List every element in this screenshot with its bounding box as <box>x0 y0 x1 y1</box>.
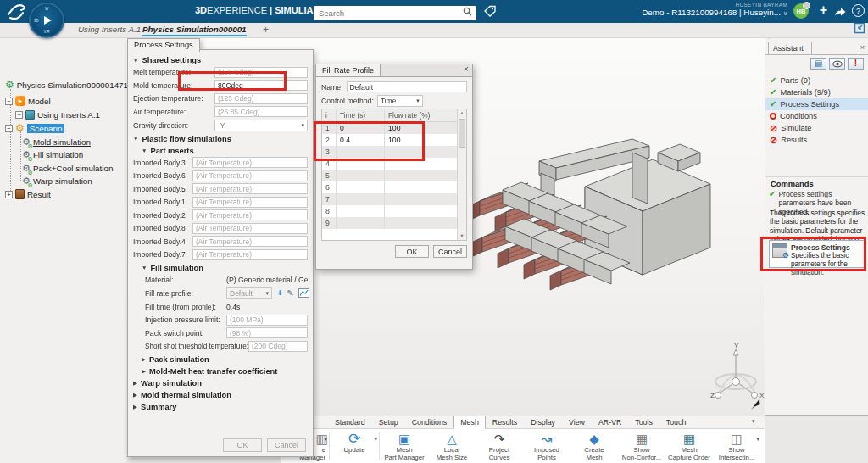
chevron-down-icon[interactable]: ▾ <box>374 436 377 443</box>
help-icon[interactable]: ? <box>852 4 865 17</box>
short-shot-input[interactable] <box>248 341 308 352</box>
3dexperience-compass-icon[interactable]: W 3D V.R <box>29 3 64 38</box>
expand-icon[interactable]: + <box>15 111 23 119</box>
user-context-menu[interactable]: HUSEYIN BAYRAM Demo - R1132100994168 | H… <box>642 2 787 18</box>
ribbon-tab-touch[interactable]: Touch <box>659 416 693 429</box>
injection-pressure-input[interactable] <box>226 315 308 326</box>
tool-project-curves[interactable]: ↷ Project Curves <box>476 429 523 463</box>
profile-name-input[interactable] <box>347 81 467 92</box>
tree-node-model[interactable]: − ▶ Model <box>5 95 51 107</box>
tree-label[interactable]: Using Inserts A.1 <box>37 110 100 120</box>
air-temperature-input[interactable] <box>214 106 308 117</box>
tool-mesh-part-manager[interactable]: ▣ Mesh Part Manager <box>381 429 428 463</box>
section-mold-thermal[interactable]: ▶Mold thermal simulation <box>133 391 308 399</box>
table-row[interactable]: 20.4100 <box>322 134 466 146</box>
tab-overflow-icon[interactable]: ▾ <box>752 418 755 425</box>
section-pack-simulation[interactable]: ▶Pack simulation <box>142 355 308 364</box>
close-icon[interactable]: × <box>461 64 471 74</box>
tree-node-mold-simulation[interactable]: ⚙⚙ Mold simulation <box>22 136 91 148</box>
tab-physics-simulation[interactable]: Physics Simulation000001 <box>142 25 247 34</box>
close-icon[interactable]: × <box>860 42 865 52</box>
table-row[interactable]: 8 <box>322 205 466 217</box>
tool-show-non-conformities[interactable]: ▦ Show Non-Confor... <box>618 429 665 463</box>
assistant-step-materials[interactable]: ✔Materials (9/9) <box>765 86 868 98</box>
tool-create-mesh[interactable]: ◆ Create Mesh <box>570 429 618 463</box>
part-insert-input[interactable] <box>192 197 308 208</box>
tree-label[interactable]: Warp simulation <box>33 176 92 186</box>
mold-temperature-input[interactable] <box>214 80 308 91</box>
ribbon-tab-standard[interactable]: Standard <box>328 416 372 429</box>
chevron-down-icon[interactable]: ▾ <box>324 436 327 443</box>
scroll-up-icon[interactable]: ▲ <box>458 109 466 117</box>
fill-rate-profile-title[interactable]: Fill Rate Profile <box>315 64 381 76</box>
edit-profile-icon[interactable]: ✎ <box>287 289 293 298</box>
add-profile-icon[interactable]: + <box>277 288 282 298</box>
search-bar[interactable] <box>314 4 476 19</box>
assistant-step-conditions[interactable]: Conditions <box>765 110 868 122</box>
collapse-icon[interactable]: − <box>5 125 13 132</box>
tree-label[interactable]: Mold simulation <box>33 137 91 147</box>
ribbon-tab-view[interactable]: View <box>562 416 592 429</box>
table-row[interactable]: 4 <box>322 158 466 170</box>
tool-imposed-points[interactable]: ↝ Imposed Points <box>523 429 570 463</box>
tree-label[interactable]: Physics Simulation000001471 <box>17 81 128 90</box>
tree-label[interactable]: Result <box>27 190 51 199</box>
tree-node-fill-simulation[interactable]: ⚙⚙ Fill simulation <box>22 148 83 160</box>
tool-mesh-capture-order[interactable]: ▦ Mesh Capture Order <box>665 429 713 463</box>
ok-button[interactable]: OK <box>223 438 262 452</box>
tree-node-root[interactable]: ⚙ Physics Simulation000001471 <box>5 79 128 91</box>
search-icon[interactable] <box>463 7 472 16</box>
search-input[interactable] <box>314 6 476 20</box>
table-row[interactable]: 9 <box>322 217 466 229</box>
share-icon[interactable] <box>833 5 848 20</box>
table-row[interactable]: 10100 <box>322 122 466 134</box>
scrollbar-thumb[interactable] <box>459 119 465 148</box>
ejection-temperature-input[interactable] <box>214 93 308 104</box>
table-row[interactable]: 5 <box>322 170 466 181</box>
tag-icon[interactable] <box>483 5 497 20</box>
scroll-down-icon[interactable]: ▼ <box>458 232 466 240</box>
tool-update[interactable]: ⟳ Update ▾ <box>331 429 378 463</box>
tree-node-warp-simulation[interactable]: ⚙⚙ Warp simulation <box>22 175 92 187</box>
assistant-step-parts[interactable]: ✔Parts (9) <box>765 75 868 86</box>
tree-node-pack-cool-simulation[interactable]: ⚙⚙ Pack+Cool simulation <box>22 162 113 174</box>
pack-switch-input[interactable] <box>226 327 308 338</box>
tool-show-intersecting[interactable]: ◫ Show Intersectin... ▾ <box>713 429 760 463</box>
part-insert-input[interactable] <box>192 223 308 234</box>
tree-node-using-inserts[interactable]: + Using Inserts A.1 <box>15 109 100 120</box>
assistant-step-results[interactable]: ⊘Results <box>765 134 868 146</box>
table-row[interactable]: 6 <box>322 181 466 193</box>
tree-node-scenario[interactable]: − ⚙ Scenario <box>5 122 64 134</box>
tree-label[interactable]: Pack+Cool simulation <box>33 164 113 173</box>
tool-local-mesh-size[interactable]: △ Local Mesh Size <box>428 429 476 463</box>
ok-button[interactable]: OK <box>395 245 429 258</box>
restore-window-icon[interactable] <box>854 22 865 37</box>
section-plastic-flow[interactable]: ▼Plastic flow simulations <box>133 135 308 143</box>
section-shared-settings[interactable]: ▼Shared settings <box>133 56 308 64</box>
part-insert-input[interactable] <box>192 236 308 247</box>
part-insert-input[interactable] <box>192 170 308 181</box>
ribbon-tab-tools[interactable]: Tools <box>628 416 659 429</box>
section-part-inserts[interactable]: ▼Part inserts <box>142 147 308 155</box>
tree-node-result[interactable]: + Result <box>5 188 51 200</box>
tab-using-inserts[interactable]: Using Inserts A.1 <box>78 25 141 34</box>
ribbon-tab-results[interactable]: Results <box>486 416 524 429</box>
melt-temperature-input[interactable] <box>214 67 308 78</box>
part-insert-input[interactable] <box>192 157 308 168</box>
messages-button[interactable]: ! <box>848 58 864 70</box>
cancel-button[interactable]: Cancel <box>267 438 306 452</box>
expand-icon[interactable]: + <box>5 191 13 198</box>
tree-label[interactable]: Fill simulation <box>33 150 83 159</box>
cancel-button[interactable]: Cancel <box>433 245 467 258</box>
ribbon-tab-ar-vr[interactable]: AR-VR <box>592 416 628 429</box>
section-fill-simulation[interactable]: ▼Fill simulation <box>142 264 308 272</box>
collapse-icon[interactable]: − <box>5 98 13 105</box>
ribbon-tab-mesh[interactable]: Mesh <box>453 416 486 429</box>
table-row[interactable]: 7 <box>322 193 466 205</box>
compass-play-icon[interactable] <box>44 16 52 25</box>
part-insert-input[interactable] <box>192 183 308 194</box>
tree-label[interactable]: Model <box>28 97 51 106</box>
section-warp-simulation[interactable]: ▶Warp simulation <box>133 379 308 388</box>
dialog-title-bar[interactable] <box>381 64 473 76</box>
process-settings-tab[interactable]: Process Settings <box>127 38 200 52</box>
